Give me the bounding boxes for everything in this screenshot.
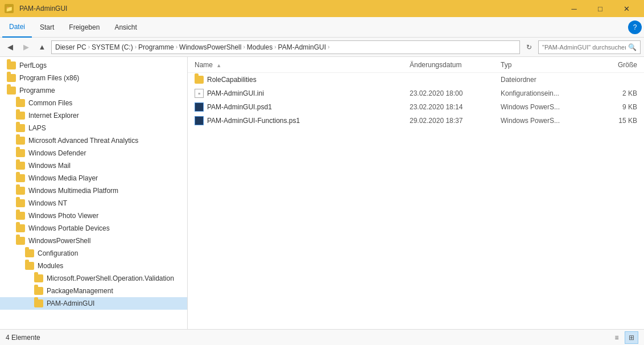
tab-ansicht[interactable]: Ansicht [108,17,143,38]
breadcrumb-sep-3: › [176,44,177,50]
sidebar-item-label: Modules [38,262,63,270]
sidebar-item-label: Common Files [28,99,72,107]
file-date: 29.02.2020 18:37 [410,117,501,125]
sidebar-item-label: PerfLogs [19,61,47,69]
file-type: Konfigurationsein... [501,89,592,97]
tab-datei[interactable]: Datei [2,17,32,38]
sidebar-item[interactable]: LAPS [0,122,187,134]
close-button[interactable]: ✕ [613,0,639,17]
table-row[interactable]: PAM-AdminGUI.psd123.02.2020 18:14Windows… [188,100,644,114]
file-type: Dateiordner [501,76,592,84]
ps1-icon [195,116,204,125]
sidebar-item[interactable]: Windows Portable Devices [0,222,187,235]
breadcrumb-sep-6: › [328,44,329,50]
sidebar-item[interactable]: PackageManagement [0,285,187,297]
sidebar-item[interactable]: Configuration [0,247,187,260]
search-bar[interactable]: 🔍 [538,40,641,54]
sidebar-item[interactable]: Windows Photo Viewer [0,210,187,222]
sidebar-item-label: Windows Mail [28,162,71,170]
sidebar-item[interactable]: PAM-AdminGUI [0,297,187,310]
file-row-name: RoleCapabilities [195,76,410,84]
window-controls: ─ □ ✕ [561,0,639,17]
back-button[interactable]: ◀ [3,40,17,54]
file-name-text: PAM-AdminGUI.psd1 [207,103,272,111]
table-row[interactable]: PAM-AdminGUI-Functions.ps129.02.2020 18:… [188,114,644,128]
tab-start[interactable]: Start [33,17,61,38]
file-name-text: PAM-AdminGUI-Functions.ps1 [207,117,300,125]
sidebar-item-label: Microsoft.PowerShell.Operation.Validatio… [47,274,174,282]
table-row[interactable]: RoleCapabilitiesDateiordner [188,73,644,87]
sidebar-item-label: Microsoft Advanced Threat Analytics [28,137,138,145]
file-row-name: PAM-AdminGUI.psd1 [195,102,410,112]
table-row[interactable]: ≡PAM-AdminGUI.ini23.02.2020 18:00Konfigu… [188,87,644,100]
sidebar-item[interactable]: Common Files [0,97,187,109]
breadcrumb-dieser-pc[interactable]: Dieser PC [55,43,86,51]
sidebar-item-label: Windows Multimedia Platform [28,187,118,195]
file-size: 15 KB [592,117,637,125]
sidebar-item-label: Internet Explorer [28,112,79,120]
file-row-name: PAM-AdminGUI-Functions.ps1 [195,116,410,125]
up-button[interactable]: ▲ [35,40,49,54]
sidebar-item[interactable]: WindowsPowerShell [0,235,187,247]
folder-icon [16,199,25,207]
file-size: 2 KB [592,89,637,97]
col-date[interactable]: Änderungsdatum [410,61,501,69]
sidebar-item-label: PackageManagement [47,287,113,295]
help-button[interactable]: ? [628,20,642,34]
col-size[interactable]: Größe [592,61,637,69]
breadcrumb-pam-admingui[interactable]: PAM-AdminGUI [278,43,326,51]
folder-icon [195,76,204,84]
toolbar: Datei Start Freigeben Ansicht ? [0,17,644,38]
sidebar-item[interactable]: Windows Mail [0,159,187,172]
sidebar-item[interactable]: Windows Multimedia Platform [0,184,187,197]
breadcrumb-system-c[interactable]: SYSTEM (C:) [92,43,133,51]
sidebar-item-label: Configuration [38,249,78,257]
search-input[interactable] [542,44,626,51]
view-list-button[interactable]: ⊞ [625,331,638,344]
breadcrumb-programme[interactable]: Programme [138,43,174,51]
sidebar-item[interactable]: Windows Defender [0,147,187,159]
sidebar-item-label: Windows Portable Devices [28,224,110,232]
folder-icon [16,149,25,157]
forward-button[interactable]: ▶ [19,40,33,54]
sidebar-item[interactable]: PerfLogs [0,59,187,72]
folder-icon [7,74,16,82]
title-bar: 📁 PAM-AdminGUI ─ □ ✕ [0,0,644,17]
file-date: 23.02.2020 18:14 [410,103,501,111]
sidebar-item[interactable]: Windows Media Player [0,172,187,184]
folder-icon [16,224,25,232]
breadcrumb-sep-1: › [88,44,90,50]
sidebar-item[interactable]: Microsoft.PowerShell.Operation.Validatio… [0,272,187,285]
file-pane: Name ▲ Änderungsdatum Typ Größe RoleCapa… [188,57,644,329]
folder-icon [25,249,34,257]
sidebar-item[interactable]: Programme [0,84,187,97]
sidebar-item[interactable]: Program Files (x86) [0,72,187,84]
status-bar: 4 Elemente ≡ ⊞ [0,329,644,345]
ps1-icon [195,102,204,112]
col-name[interactable]: Name ▲ [195,61,410,69]
col-type[interactable]: Typ [501,61,592,69]
breadcrumb[interactable]: Dieser PC › SYSTEM (C:) › Programme › Wi… [51,40,520,54]
folder-icon [34,287,43,295]
sidebar-item[interactable]: Modules [0,260,187,272]
breadcrumb-sep-4: › [243,44,245,50]
refresh-button[interactable]: ↻ [522,40,536,54]
main-content: PerfLogsProgram Files (x86)ProgrammeComm… [0,57,644,329]
minimize-button[interactable]: ─ [561,0,587,17]
breadcrumb-windowspowershell[interactable]: WindowsPowerShell [179,43,241,51]
sidebar-item[interactable]: Windows NT [0,197,187,210]
file-rows: RoleCapabilitiesDateiordner≡PAM-AdminGUI… [188,73,644,128]
breadcrumb-modules[interactable]: Modules [247,43,273,51]
sidebar-item[interactable]: Microsoft Advanced Threat Analytics [0,134,187,147]
ini-icon: ≡ [195,89,204,98]
sidebar-item-label: Windows NT [28,199,67,207]
maximize-button[interactable]: □ [587,0,613,17]
view-toggle: ≡ ⊞ [610,331,638,344]
tab-freigeben[interactable]: Freigeben [62,17,106,38]
view-details-button[interactable]: ≡ [610,331,624,344]
item-count: 4 Elemente [6,334,40,342]
sidebar-item-label: WindowsPowerShell [28,237,90,245]
sidebar-item[interactable]: Internet Explorer [0,109,187,122]
folder-icon [16,137,25,145]
window-title: PAM-AdminGUI [19,5,558,13]
